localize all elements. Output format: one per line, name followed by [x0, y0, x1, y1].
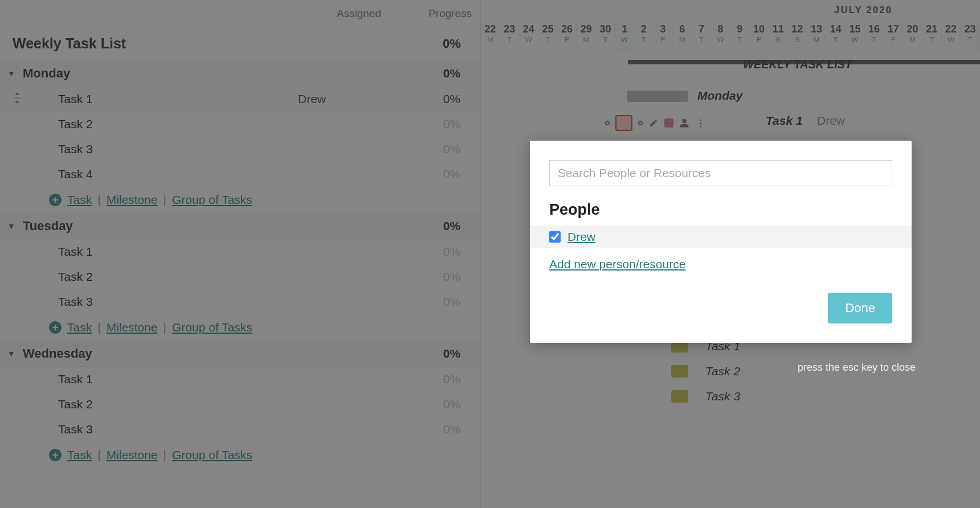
person-name-link[interactable]: Drew	[567, 230, 595, 244]
assign-people-modal: People Drew Add new person/resource Done	[530, 141, 912, 343]
search-people-input[interactable]	[549, 160, 892, 186]
app-root: Assigned Progress Weekly Task List 0% ▼ …	[0, 0, 980, 508]
esc-hint: press the esc key to close	[798, 362, 916, 374]
person-row[interactable]: Drew	[530, 226, 912, 248]
person-checkbox[interactable]	[549, 231, 561, 243]
add-person-link[interactable]: Add new person/resource	[549, 257, 685, 271]
people-heading: People	[549, 201, 892, 219]
done-button[interactable]: Done	[828, 293, 892, 323]
